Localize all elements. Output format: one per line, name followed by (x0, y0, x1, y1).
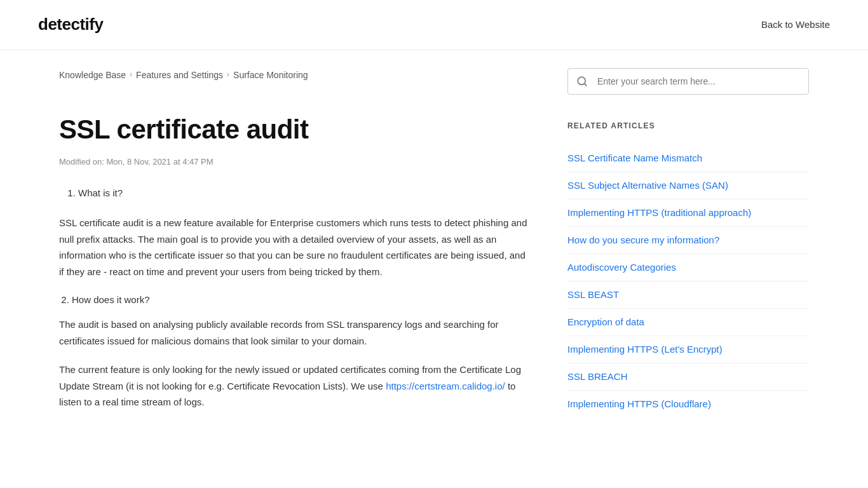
article-body-section1: SSL certificate audit is a new feature a… (59, 215, 529, 280)
back-to-website-link[interactable]: Back to Website (761, 17, 830, 32)
site-header: detectify Back to Website (0, 0, 868, 50)
section2-content1: The audit is based on analysing publicly… (59, 316, 529, 349)
certstream-link[interactable]: https://certstream.calidog.io/ (386, 381, 505, 391)
svg-line-1 (584, 83, 586, 85)
section2-heading-wrap: How does it work? (59, 292, 529, 308)
search-icon (576, 76, 588, 87)
related-article-2[interactable]: Implementing HTTPS (traditional approach… (567, 200, 809, 227)
article-modified-date: Modified on: Mon, 8 Nov, 2021 at 4:47 PM (59, 156, 529, 169)
search-input[interactable] (567, 68, 809, 95)
breadcrumb-separator-2: › (227, 69, 229, 81)
breadcrumb-surface-monitoring: Surface Monitoring (233, 68, 308, 82)
sidebar: RELATED ARTICLES SSL Certificate Name Mi… (567, 50, 809, 423)
breadcrumb-separator-1: › (130, 69, 132, 81)
related-article-7[interactable]: Implementing HTTPS (Let's Encrypt) (567, 336, 809, 363)
site-logo: detectify (38, 11, 103, 38)
section2-content2: The current feature is only looking for … (59, 362, 529, 410)
content-area: Knowledge Base › Features and Settings ›… (59, 50, 567, 423)
related-article-8[interactable]: SSL BREACH (567, 363, 809, 391)
related-article-0[interactable]: SSL Certificate Name Mismatch (567, 145, 809, 172)
breadcrumb-knowledge-base[interactable]: Knowledge Base (59, 68, 126, 82)
breadcrumb-features-settings[interactable]: Features and Settings (136, 68, 223, 82)
article-title: SSL certificate audit (59, 114, 529, 146)
article-body-section2: The audit is based on analysing publicly… (59, 316, 529, 410)
search-container (567, 68, 809, 95)
related-article-9[interactable]: Implementing HTTPS (Cloudflare) (567, 391, 809, 417)
related-articles-section: RELATED ARTICLES SSL Certificate Name Mi… (567, 120, 809, 417)
related-article-3[interactable]: How do you secure my information? (567, 227, 809, 254)
toc-item-1: What is it? (78, 184, 529, 202)
related-articles-title: RELATED ARTICLES (567, 120, 809, 132)
toc-item-2: How does it work? (72, 292, 529, 308)
breadcrumb: Knowledge Base › Features and Settings ›… (59, 50, 529, 95)
article-toc: What is it? (59, 184, 529, 202)
related-article-1[interactable]: SSL Subject Alternative Names (SAN) (567, 172, 809, 200)
related-article-4[interactable]: Autodiscovery Categories (567, 254, 809, 281)
related-article-6[interactable]: Encryption of data (567, 309, 809, 336)
related-article-5[interactable]: SSL BEAST (567, 281, 809, 309)
section1-content: SSL certificate audit is a new feature a… (59, 215, 529, 280)
main-container: Knowledge Base › Features and Settings ›… (21, 50, 847, 423)
